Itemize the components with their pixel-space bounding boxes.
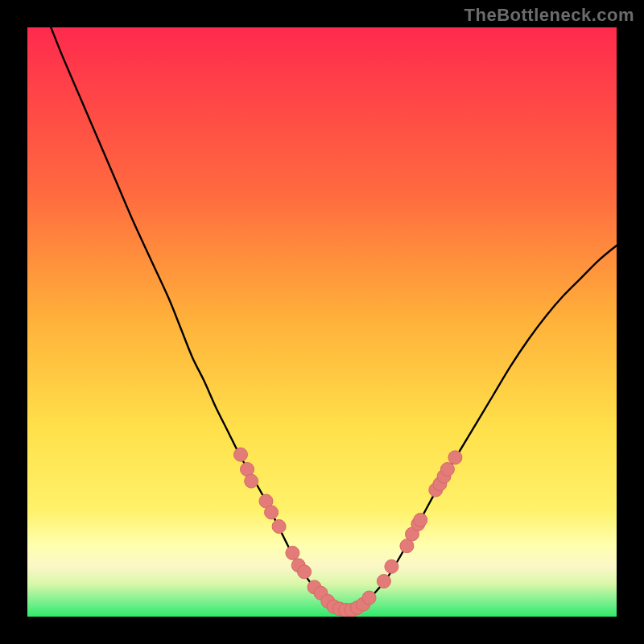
- data-marker: [448, 451, 462, 464]
- data-marker: [272, 520, 286, 534]
- plot-area: [27, 27, 617, 617]
- data-marker: [286, 546, 299, 559]
- data-marker: [298, 565, 312, 579]
- chart-svg: [27, 27, 617, 617]
- data-marker: [233, 448, 247, 461]
- data-marker: [440, 463, 454, 477]
- chart-frame: TheBottleneck.com: [0, 0, 644, 644]
- data-marker: [245, 474, 258, 488]
- data-marker: [362, 591, 376, 605]
- data-marker: [377, 575, 390, 588]
- data-marker: [385, 559, 398, 573]
- watermark-text: TheBottleneck.com: [464, 5, 634, 26]
- data-marker: [265, 506, 279, 519]
- gradient-background: [27, 27, 617, 617]
- data-marker: [414, 513, 427, 526]
